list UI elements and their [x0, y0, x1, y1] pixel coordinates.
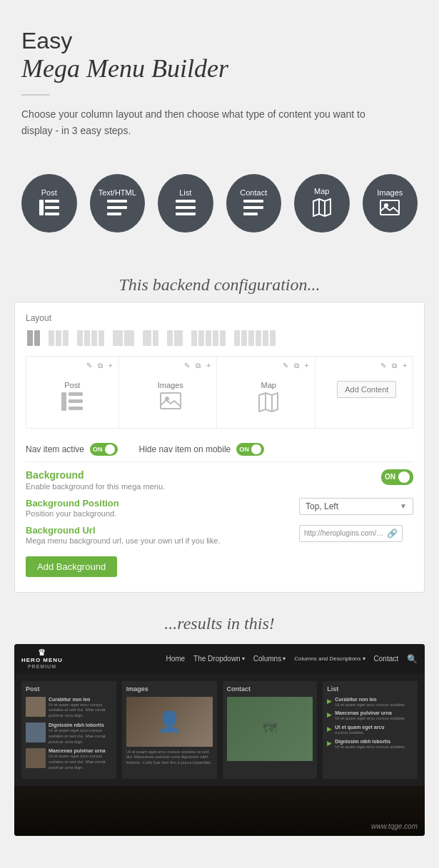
icon-contact[interactable]: Contact: [226, 174, 282, 233]
col-content-images: Images: [129, 375, 213, 419]
nav-link-contact[interactable]: Contact: [374, 655, 398, 663]
col-block-map: ✎ ⧉ + Map: [223, 357, 316, 428]
bg-url-input[interactable]: http://heroplugins.com/wp- 🔗: [299, 525, 403, 542]
header-desc: Choose your column layout and then choos…: [21, 106, 378, 138]
dp-post-item-1: Curabitur non leo Ut et quam eget arcu c…: [26, 697, 112, 719]
nav-link-columns[interactable]: Columns ▾: [253, 655, 286, 663]
icon-list-label: List: [179, 188, 191, 197]
layout-opt-8[interactable]: [233, 329, 277, 347]
dp-list-title-3: Ut et quam eget arcu: [335, 725, 413, 730]
header-divider: [21, 94, 50, 96]
dp-text-3: Maecenas pulvinar urna Ut et quam eget a…: [49, 748, 112, 770]
dp-list-item-2: ▶ Maecenas pulvinar urna Ut et quam eget…: [327, 710, 413, 722]
bg-toggle[interactable]: ON: [381, 469, 413, 485]
col-block-images: ✎ ⧉ + Images: [125, 357, 218, 428]
results-title: ...results in this!: [14, 614, 425, 633]
nav-link-home[interactable]: Home: [166, 655, 185, 663]
layout-opt-2[interactable]: [47, 329, 70, 347]
col-content-post: Post: [31, 375, 114, 421]
edit-btn-1[interactable]: ✎: [85, 361, 94, 371]
icon-text-label: Text/HTML: [99, 188, 136, 197]
add-content-button[interactable]: Add Content: [337, 381, 396, 398]
nav-mobile-toggle[interactable]: ON: [236, 443, 264, 456]
dp-list-title-4: Dignissim nibh lobortis: [335, 739, 413, 744]
bg-position-control: Top, Left ▼: [299, 498, 413, 515]
dp-post-body-3: Ut et quam eget arcu cursus sodales at s…: [49, 754, 112, 770]
layout-opt-1[interactable]: [26, 329, 41, 347]
images-caption: Ut et quam eget arcu cursus sodales at s…: [126, 750, 213, 766]
icon-map[interactable]: Map: [294, 174, 350, 233]
svg-rect-11: [243, 206, 263, 209]
edit-btn-4[interactable]: ✎: [379, 361, 388, 371]
toggle-nav-mobile-label: Hide nav item on mobile: [139, 444, 231, 454]
icon-post-label: Post: [41, 188, 57, 197]
header-mega: Mega Menu Builder: [21, 53, 418, 83]
bg-label-col: Background Enable background for this me…: [26, 469, 381, 491]
nav-active-toggle[interactable]: ON: [90, 443, 118, 456]
bg-url-row: Background Url Mega menu background url,…: [26, 525, 413, 545]
add-btn-1[interactable]: +: [107, 361, 114, 371]
svg-rect-5: [107, 206, 127, 209]
svg-rect-6: [107, 213, 121, 215]
bg-position-label-col: Background Position Position your backgr…: [26, 498, 299, 518]
icon-contact-label: Contact: [240, 188, 267, 197]
results-section: ...results in this! ♛ HERO MENU PREMIUM …: [0, 607, 439, 836]
icon-post[interactable]: Post: [21, 174, 77, 233]
edit-btn-2[interactable]: ✎: [183, 361, 191, 371]
dp-post-item-3: Maecenas pulvinar urna Ut et quam eget a…: [26, 748, 112, 770]
bg-position-title: Background Position: [26, 498, 299, 509]
layout-opt-3[interactable]: [76, 329, 106, 347]
dp-post-body-2: Ut et quam eget arcu cursus sodales at s…: [49, 728, 112, 745]
col-post-label: Post: [64, 381, 80, 389]
bg-url-title: Background Url: [26, 525, 299, 536]
layout-label: Layout: [26, 313, 413, 323]
bg-position-desc: Position your background.: [26, 509, 299, 518]
add-background-button[interactable]: Add Background: [26, 556, 117, 577]
add-btn-3[interactable]: +: [303, 361, 311, 371]
bg-title: Background: [26, 469, 381, 481]
layout-opt-5[interactable]: [141, 329, 160, 347]
layout-opt-7[interactable]: [190, 329, 227, 347]
copy-btn-1[interactable]: ⧉: [96, 361, 104, 371]
icon-images-label: Images: [377, 188, 403, 197]
add-btn-2[interactable]: +: [205, 361, 212, 371]
dp-list-text-4: Dignissim nibh lobortis Ut et quam eget …: [335, 739, 413, 750]
copy-btn-4[interactable]: ⧉: [390, 361, 398, 371]
svg-rect-16: [380, 200, 399, 215]
dp-text-2: Dignissim nibh lobortis Ut et quam eget …: [49, 723, 112, 745]
bg-url-desc: Mega menu background url, use your own u…: [26, 536, 299, 545]
bg-toggle-on-text: ON: [385, 473, 395, 481]
dp-list-item-1: ▶ Curabitur non leo Ut et quam eget arcu…: [327, 697, 413, 708]
dp-list-item-4: ▶ Dignissim nibh lobortis Ut et quam ege…: [327, 739, 413, 750]
toggle-nav-mobile: Hide nav item on mobile ON: [139, 443, 264, 456]
icon-text-html[interactable]: Text/HTML: [90, 174, 146, 233]
dp-img-large: 👤: [126, 697, 213, 747]
bg-position-select[interactable]: Top, Left ▼: [299, 498, 413, 515]
nav-links: Home The Dropdown ▾ Columns ▾ Columns an…: [70, 654, 418, 664]
result-preview: ♛ HERO MENU PREMIUM Home The Dropdown ▾ …: [14, 644, 425, 836]
icon-images[interactable]: Images: [363, 174, 418, 233]
section-title-text: This backend configuration...: [21, 275, 418, 295]
layout-opt-4[interactable]: [111, 329, 136, 347]
icon-list[interactable]: List: [158, 174, 213, 233]
map-icon: [312, 198, 332, 220]
layout-opt-6[interactable]: [166, 329, 184, 347]
col-actions-2: ✎ ⧉ +: [129, 361, 213, 371]
edit-btn-3[interactable]: ✎: [281, 361, 290, 371]
dp-post-item-2: Dignissim nibh lobortis Ut et quam eget …: [26, 723, 112, 745]
post-icon: [39, 200, 59, 218]
svg-rect-3: [45, 213, 59, 215]
list-arrow-icon-1: ▶: [327, 698, 332, 705]
dp-list-text-1: Curabitur non leo Ut et quam eget arcu c…: [335, 697, 413, 708]
dp-col-contact-title: Contact: [227, 685, 313, 693]
svg-rect-9: [176, 213, 196, 215]
svg-rect-19: [69, 392, 83, 396]
nav-link-dropdown[interactable]: The Dropdown ▾: [193, 655, 245, 663]
copy-btn-3[interactable]: ⧉: [293, 361, 301, 371]
nav-link-col-desc[interactable]: Columns and Descriptions ▾: [294, 655, 365, 662]
col-images-label: Images: [158, 381, 183, 389]
copy-btn-2[interactable]: ⧉: [194, 361, 202, 371]
search-icon[interactable]: 🔍: [407, 654, 418, 664]
add-btn-4[interactable]: +: [401, 361, 408, 371]
dp-text-1: Curabitur non leo Ut et quam eget arcu c…: [49, 697, 112, 719]
